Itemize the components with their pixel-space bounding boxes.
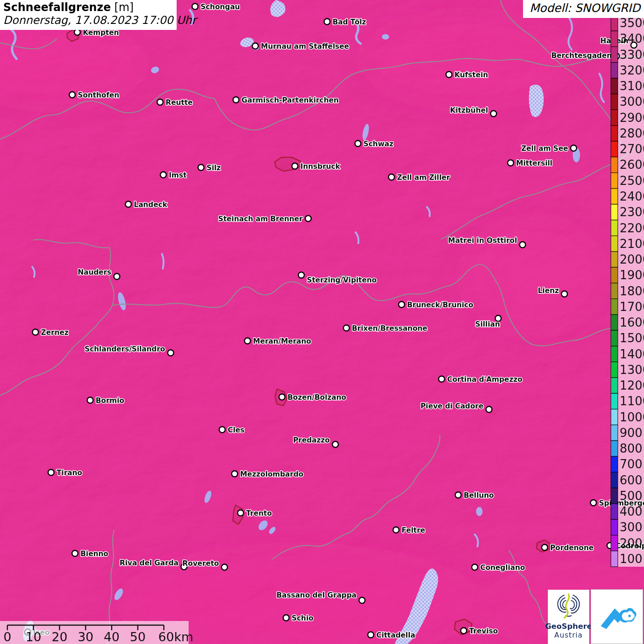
scale-bar-label: 30 — [78, 630, 93, 644]
colorbar-value: 3300 — [620, 48, 644, 62]
city-dot — [279, 394, 285, 400]
colorbar-segment — [611, 488, 618, 504]
city-dot — [283, 615, 289, 621]
city-dot — [157, 99, 163, 105]
colorbar-value: 800 — [620, 442, 643, 455]
geosphere-country: Austria — [554, 631, 583, 639]
city-dot — [368, 632, 374, 638]
city-label: Sonthofen — [78, 91, 119, 99]
city-marker: Silz — [198, 164, 221, 172]
city-dot — [33, 329, 39, 335]
city-dot — [72, 551, 78, 557]
colorbar-segment — [611, 189, 618, 204]
colorbar-segment — [611, 220, 618, 236]
scale-bar-label: 10 — [26, 630, 41, 644]
colorbar-value: 1100 — [620, 394, 644, 408]
colorbar-value: 1800 — [620, 284, 644, 298]
city-marker: Bozen/Bolzano — [279, 393, 346, 402]
city-label: Lienz — [538, 287, 559, 295]
city-label: Silz — [207, 164, 221, 172]
city-dot — [520, 242, 526, 248]
city-dot — [299, 272, 305, 278]
city-dot — [232, 471, 238, 477]
scale-bar-label: 20 — [52, 630, 67, 644]
city-label: Reutte — [166, 98, 193, 107]
colorbar-value: 3200 — [620, 63, 644, 77]
map-title-text: Schneefallgrenze — [3, 1, 111, 14]
model-label: Modell: SNOWGRID — [529, 1, 640, 15]
city-label: Conegliano — [480, 564, 525, 572]
city-label: Pordenone — [550, 544, 594, 552]
colorbar-value: 1400 — [620, 347, 644, 361]
city-label: Innsbruck — [300, 162, 340, 171]
city-label: Schio — [292, 614, 313, 622]
city-dot — [292, 163, 298, 169]
colorbar-value: 1000 — [620, 410, 644, 424]
colorbar-value: 1600 — [620, 316, 644, 329]
city-dot — [359, 598, 365, 604]
colorbar-value: 200 — [620, 536, 643, 550]
city-dot — [508, 160, 514, 166]
city-label: Kufstein — [454, 71, 488, 79]
city-dot — [75, 29, 80, 35]
city-dot — [439, 376, 445, 382]
city-label: Steinach am Brenner — [218, 215, 303, 223]
colorbar-segment — [611, 283, 618, 299]
colorbar-value: 900 — [620, 426, 643, 440]
colorbar-value: 2500 — [620, 174, 644, 188]
colorbar-value: 1200 — [620, 379, 644, 392]
colorbar-segment — [611, 94, 618, 109]
city-dot — [472, 564, 478, 570]
city-dot — [233, 97, 239, 103]
city-dot — [571, 145, 577, 151]
colorbar-labels: 3500340033003200310030002900280027002600… — [620, 16, 644, 566]
colorbar-segment — [611, 362, 618, 378]
colorbar-segment — [611, 236, 618, 252]
colorbar-segment — [611, 378, 618, 393]
city-label: Matrei in Osttirol — [448, 236, 517, 245]
city-label: Tirano — [57, 469, 82, 477]
city-dot — [198, 165, 204, 171]
city-marker: Imst — [161, 171, 187, 179]
model-box: Modell: SNOWGRID — [523, 0, 644, 18]
city-label: Treviso — [469, 627, 498, 635]
colorbar-segment — [611, 409, 618, 425]
colorbar-segment — [611, 425, 618, 441]
city-dot — [389, 174, 395, 180]
geosphere-contours-icon — [555, 592, 582, 621]
colorbar-value: 2400 — [620, 190, 644, 203]
city-dot — [542, 545, 548, 551]
city-label: Kitzbühel — [450, 106, 488, 115]
city-label: Bozen/Bolzano — [288, 393, 346, 402]
colorbar-value: 1300 — [620, 363, 644, 377]
city-marker: Bruneck/Brunico — [399, 301, 473, 309]
city-dot — [161, 172, 167, 178]
city-label: Trento — [246, 509, 272, 518]
city-label: Predazzo — [293, 436, 330, 444]
colorbar-segment — [611, 441, 618, 456]
city-label: Imst — [169, 171, 187, 179]
city-label: Cittadella — [376, 631, 415, 639]
snowline-map: SchongauBad TölzKemptenMurnau am Staffel… — [0, 0, 644, 644]
colorbar-value: 2000 — [620, 253, 644, 266]
city-dot — [114, 274, 120, 280]
city-label: Rovereto — [183, 559, 219, 568]
colorbar-segment — [611, 78, 618, 94]
scale-bar: 0102030405060km — [0, 621, 193, 644]
city-label: Cles — [228, 426, 244, 434]
city-marker: Meran/Merano — [245, 337, 311, 345]
city-marker: Zell am Ziller — [389, 173, 450, 182]
city-label: Berchtesgaden — [551, 52, 612, 60]
city-dot — [219, 427, 225, 433]
partner-logo-box — [591, 589, 643, 644]
city-dot — [491, 111, 497, 117]
city-label: Zell am See — [521, 144, 568, 153]
city-label: Schwaz — [363, 140, 393, 148]
scale-bar-label: 60km — [158, 630, 193, 644]
city-dot — [455, 492, 461, 498]
colorbar-value: 1500 — [620, 331, 644, 345]
colorbar-value: 1700 — [620, 300, 644, 314]
city-dot — [48, 470, 54, 476]
colorbar-value: 600 — [620, 473, 643, 487]
colorbar-value: 2900 — [620, 111, 644, 125]
